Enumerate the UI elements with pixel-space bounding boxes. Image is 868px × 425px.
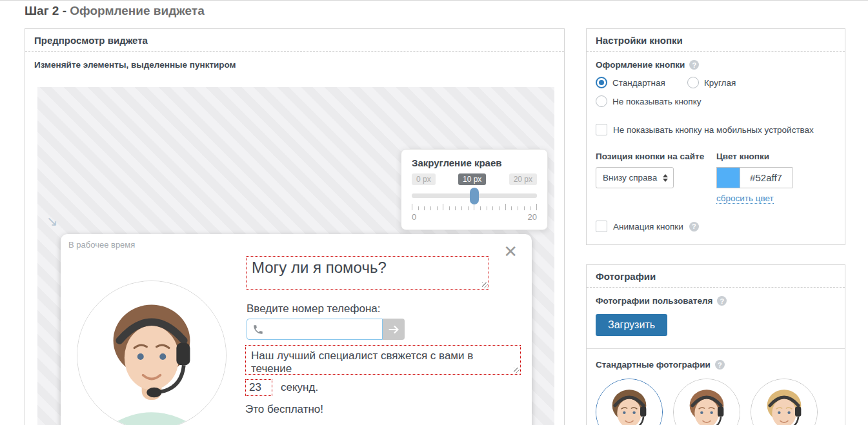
seconds-input[interactable] xyxy=(245,379,272,396)
headline-textarea[interactable]: Могу ли я помочь? xyxy=(247,257,489,289)
corner-rounding-chips: 0 px 10 px 20 px xyxy=(412,173,537,185)
checkbox-hide-mobile[interactable]: Не показывать кнопку на мобильных устрой… xyxy=(596,124,836,135)
color-label: Цвет кнопки xyxy=(716,152,792,161)
button-color-hex-input[interactable] xyxy=(740,168,792,188)
button-style-label-row: Оформление кнопки ? xyxy=(596,60,836,70)
corner-rounding-title: Закругление краев xyxy=(412,157,537,168)
radio-round-control[interactable] xyxy=(687,77,699,88)
rounding-min-chip: 0 px xyxy=(412,173,436,185)
resize-arrow-icon: ↘ xyxy=(46,213,58,229)
page-title-step: Шаг 2 - xyxy=(25,4,66,17)
photos-panel: Фотографии Фотографии пользователя ? Заг… xyxy=(586,264,845,425)
help-icon[interactable]: ? xyxy=(715,360,725,370)
scale-min: 0 xyxy=(412,212,416,222)
button-color-field xyxy=(716,167,792,188)
corner-rounding-card: Закругление краев 0 px 10 px 20 px 0 20 xyxy=(401,149,548,230)
position-select[interactable]: Внизу справа xyxy=(596,167,674,188)
radio-hide-control[interactable] xyxy=(596,95,607,107)
close-icon[interactable]: ✕ xyxy=(503,243,518,260)
button-settings-panel: Настройки кнопки Оформление кнопки ? Ста… xyxy=(586,28,845,245)
checkbox-hide-mobile-control[interactable] xyxy=(596,124,607,135)
standard-photos-row xyxy=(596,379,836,425)
help-icon[interactable]: ? xyxy=(717,296,727,306)
user-photos-label-row: Фотографии пользователя ? xyxy=(596,296,836,306)
phone-label: Введите номер телефона: xyxy=(247,302,380,315)
widget-preview-panel: Предпросмотр виджета Изменяйте элементы,… xyxy=(25,28,565,425)
seconds-suffix: секунд. xyxy=(281,381,318,394)
checkbox-animation-label: Анимация кнопки xyxy=(613,222,683,232)
radio-standard-label: Стандартная xyxy=(612,78,665,88)
phone-submit-button[interactable] xyxy=(383,319,405,340)
preview-panel-header: Предпросмотр виджета xyxy=(25,29,564,52)
preview-hint: Изменяйте элементы, выделенные пунктиром xyxy=(25,52,564,76)
position-label: Позиция кнопки на сайте xyxy=(596,152,716,161)
standard-photo-2[interactable] xyxy=(673,379,740,425)
page-title: Шаг 2 - Оформление виджета xyxy=(25,4,205,18)
select-arrows-icon xyxy=(663,174,668,182)
section-divider xyxy=(587,348,845,349)
checkbox-animation[interactable]: Анимация кнопки ? xyxy=(596,221,836,232)
checkbox-animation-control[interactable] xyxy=(596,221,607,232)
checkbox-hide-mobile-label: Не показывать кнопку на мобильных устрой… xyxy=(613,125,814,135)
button-color-swatch[interactable] xyxy=(717,168,740,188)
page-title-text: Оформление виджета xyxy=(70,4,204,17)
preview-canvas: ↘ Закругление краев 0 px 10 px 20 px 0 2… xyxy=(37,87,554,425)
standard-photos-label: Стандартные фотографии xyxy=(596,360,711,370)
help-icon[interactable]: ? xyxy=(689,60,699,70)
upload-button[interactable]: Загрузить xyxy=(596,314,667,336)
message-textarea[interactable]: Наш лучший специалист свяжется с вами в … xyxy=(246,346,520,374)
radio-hide-label: Не показывать кнопку xyxy=(612,97,701,106)
photos-panel-header: Фотографии xyxy=(587,265,845,288)
phone-icon xyxy=(252,324,264,335)
help-icon[interactable]: ? xyxy=(689,222,699,232)
working-hours-label: В рабочее время xyxy=(68,240,135,250)
free-note: Это бесплатно! xyxy=(245,403,323,416)
slider-scale-labels: 0 20 xyxy=(412,212,537,222)
message-editable: Наш лучший специалист свяжется с вами в … xyxy=(245,345,521,375)
reset-color-link[interactable]: сбросить цвет xyxy=(716,193,774,204)
scale-max: 20 xyxy=(528,212,537,222)
button-settings-header: Настройки кнопки xyxy=(587,29,845,52)
radio-round-label: Круглая xyxy=(704,78,736,88)
rounding-current-chip: 10 px xyxy=(458,173,486,185)
right-arrow-icon xyxy=(387,322,401,337)
operator-avatar xyxy=(77,281,227,425)
user-photos-label: Фотографии пользователя xyxy=(596,296,712,306)
standard-photo-1[interactable] xyxy=(596,379,663,425)
widget-card: В рабочее время ✕ Могу ли я помочь? Введ… xyxy=(61,234,532,425)
phone-row xyxy=(247,319,405,340)
radio-round[interactable]: Круглая xyxy=(687,77,736,88)
slider-ruler xyxy=(412,204,537,210)
phone-input[interactable] xyxy=(247,319,382,339)
rounding-slider-track[interactable] xyxy=(412,193,537,198)
standard-photos-label-row: Стандартные фотографии ? xyxy=(596,360,836,370)
radio-hide-button[interactable]: Не показывать кнопку xyxy=(596,95,701,107)
standard-photo-3[interactable] xyxy=(751,379,818,425)
button-style-label: Оформление кнопки xyxy=(596,60,685,70)
headline-editable: Могу ли я помочь? xyxy=(246,256,489,290)
rounding-slider-handle[interactable] xyxy=(470,188,479,204)
phone-input-wrap xyxy=(247,319,383,340)
rounding-max-chip: 20 px xyxy=(509,173,537,185)
position-select-value: Внизу справа xyxy=(603,173,663,183)
radio-standard-control[interactable] xyxy=(596,77,607,88)
radio-standard[interactable]: Стандартная xyxy=(596,77,687,88)
seconds-row: секунд. xyxy=(245,379,318,396)
top-divider xyxy=(0,0,868,1)
